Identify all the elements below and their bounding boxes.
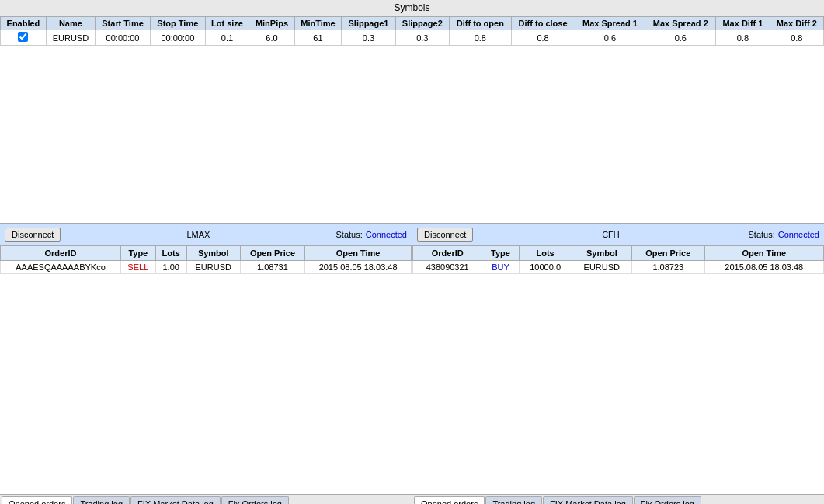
- table-row: EURUSD 00:00:00 00:00:00 0.1 6.0 61 0.3 …: [1, 30, 824, 46]
- enabled-cell[interactable]: [1, 30, 47, 46]
- lmax-status-value: Connected: [366, 230, 407, 239]
- col-name: Name: [46, 17, 95, 30]
- symbol-name: EURUSD: [46, 30, 95, 46]
- cfh-status-value: Connected: [778, 230, 819, 239]
- stop-time: 00:00:00: [151, 30, 205, 46]
- slippage2: 0.3: [395, 30, 449, 46]
- lmax-orders-table: OrderIDTypeLotsSymbolOpen PriceOpen Time…: [0, 245, 412, 274]
- cfh-col-type: Type: [482, 246, 519, 261]
- cfh-panel: Disconnect CFH Status:Connected OrderIDT…: [412, 224, 824, 504]
- col-diff-open: Diff to open: [449, 17, 511, 30]
- lmax-disconnect-button[interactable]: Disconnect: [5, 228, 61, 242]
- col-min-time: MinTime: [294, 17, 342, 30]
- lmax-tabs: Opened ordersTrading logFIX Market Data …: [0, 494, 412, 504]
- col-lot-size: Lot size: [205, 17, 249, 30]
- min-time: 61: [294, 30, 342, 46]
- col-min-pips: MinPips: [249, 17, 294, 30]
- col-slippage1: Slippage1: [342, 17, 395, 30]
- symbols-table: Enabled Name Start Time Stop Time Lot si…: [0, 16, 824, 46]
- cfh-tab-1[interactable]: Trading log: [485, 496, 542, 504]
- max-spread1: 0.6: [575, 30, 645, 46]
- order-open-price: 1.08731: [240, 261, 304, 274]
- order-open-time: 2015.08.05 18:03:48: [305, 261, 412, 274]
- title-bar: Symbols: [0, 0, 824, 16]
- col-diff-close: Diff to close: [511, 17, 575, 30]
- order-lots: 1.00: [155, 261, 186, 274]
- order-open-time: 2015.08.05 18:03:48: [704, 261, 823, 274]
- order-type: BUY: [482, 261, 519, 274]
- app-title: Symbols: [394, 2, 429, 13]
- lmax-panel-header: Disconnect LMAX Status:Connected: [0, 224, 412, 245]
- diff-close: 0.8: [511, 30, 575, 46]
- lmax-col-orderid: OrderID: [1, 246, 121, 261]
- col-start-time: Start Time: [95, 17, 150, 30]
- max-diff2: 0.8: [770, 30, 823, 46]
- cfh-col-symbol: Symbol: [572, 246, 631, 261]
- cfh-col-open-price: Open Price: [632, 246, 705, 261]
- cfh-status-label: Status:: [749, 230, 775, 239]
- cfh-disconnect-button[interactable]: Disconnect: [417, 228, 473, 242]
- lmax-col-symbol: Symbol: [186, 246, 240, 261]
- order-open-price: 1.08723: [632, 261, 705, 274]
- lmax-tab-0[interactable]: Opened orders: [2, 496, 72, 504]
- lmax-title: LMAX: [64, 230, 332, 239]
- col-enabled: Enabled: [1, 17, 47, 30]
- bottom-panels: Disconnect LMAX Status:Connected OrderID…: [0, 224, 824, 504]
- lmax-tab-1[interactable]: Trading log: [73, 496, 130, 504]
- lmax-col-open-price: Open Price: [240, 246, 304, 261]
- lmax-col-lots: Lots: [155, 246, 186, 261]
- col-stop-time: Stop Time: [151, 17, 205, 30]
- col-max-spread2: Max Spread 2: [645, 17, 716, 30]
- cfh-tab-2[interactable]: FIX Market Data log: [543, 496, 633, 504]
- col-max-diff1: Max Diff 1: [716, 17, 770, 30]
- diff-open: 0.8: [449, 30, 511, 46]
- cfh-orders-table: OrderIDTypeLotsSymbolOpen PriceOpen Time…: [412, 245, 824, 274]
- order-lots: 10000.0: [519, 261, 572, 274]
- cfh-col-open-time: Open Time: [704, 246, 823, 261]
- lmax-orders-container: OrderIDTypeLotsSymbolOpen PriceOpen Time…: [0, 245, 412, 494]
- lmax-status-label: Status:: [336, 230, 363, 239]
- lmax-tab-3[interactable]: Fix Orders log: [221, 496, 289, 504]
- lot-size: 0.1: [205, 30, 249, 46]
- cfh-col-lots: Lots: [519, 246, 572, 261]
- order-symbol: EURUSD: [572, 261, 631, 274]
- max-diff1: 0.8: [716, 30, 770, 46]
- col-slippage2: Slippage2: [395, 17, 449, 30]
- enabled-checkbox[interactable]: [18, 32, 28, 42]
- start-time: 00:00:00: [95, 30, 150, 46]
- col-max-spread1: Max Spread 1: [575, 17, 645, 30]
- cfh-tabs: Opened ordersTrading logFIX Market Data …: [412, 494, 824, 504]
- lmax-col-open-time: Open Time: [305, 246, 412, 261]
- col-max-diff2: Max Diff 2: [770, 17, 823, 30]
- cfh-tab-0[interactable]: Opened orders: [414, 496, 485, 504]
- table-row: 438090321 BUY 10000.0 EURUSD 1.08723 201…: [413, 261, 824, 274]
- cfh-col-orderid: OrderID: [413, 246, 482, 261]
- order-symbol: EURUSD: [186, 261, 240, 274]
- lmax-tab-2[interactable]: FIX Market Data log: [130, 496, 221, 504]
- order-id: AAAESQAAAAABYKco: [1, 261, 121, 274]
- order-type: SELL: [120, 261, 155, 274]
- cfh-panel-header: Disconnect CFH Status:Connected: [412, 224, 824, 245]
- cfh-tab-3[interactable]: Fix Orders log: [634, 496, 701, 504]
- lmax-panel: Disconnect LMAX Status:Connected OrderID…: [0, 224, 412, 504]
- max-spread2: 0.6: [645, 30, 716, 46]
- min-pips: 6.0: [249, 30, 294, 46]
- order-id: 438090321: [413, 261, 482, 274]
- cfh-title: CFH: [476, 230, 745, 239]
- lmax-col-type: Type: [120, 246, 155, 261]
- cfh-orders-container: OrderIDTypeLotsSymbolOpen PriceOpen Time…: [412, 245, 824, 494]
- symbols-section: Enabled Name Start Time Stop Time Lot si…: [0, 16, 824, 224]
- slippage1: 0.3: [342, 30, 395, 46]
- table-row: AAAESQAAAAABYKco SELL 1.00 EURUSD 1.0873…: [1, 261, 412, 274]
